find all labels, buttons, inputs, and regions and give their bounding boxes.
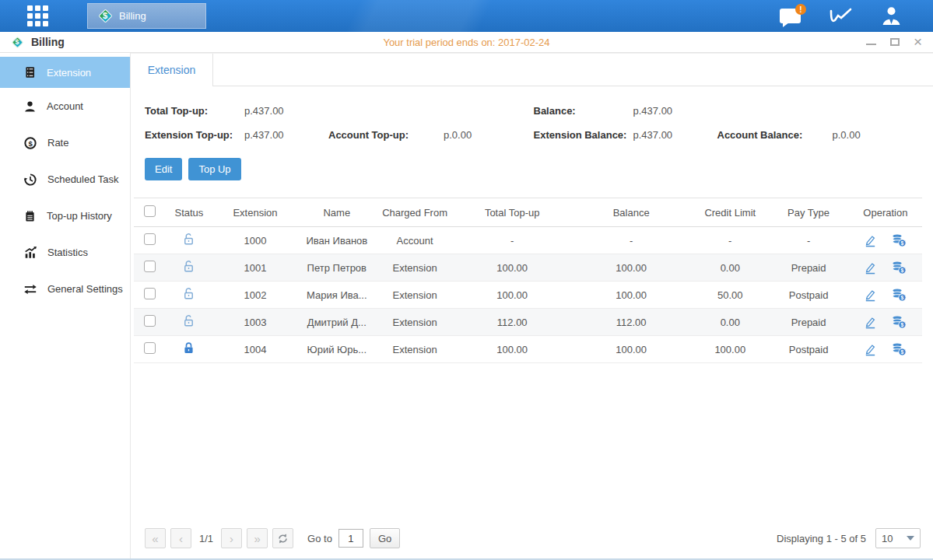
first-page-button[interactable]: « xyxy=(145,528,166,548)
edit-icon[interactable] xyxy=(864,233,877,247)
extension-cell: 1004 xyxy=(212,336,297,363)
maximize-button[interactable] xyxy=(890,38,900,46)
taskbar-tab-label: Billing xyxy=(119,10,146,22)
row-checkbox[interactable] xyxy=(144,288,156,299)
sliders-icon xyxy=(23,282,37,296)
sidebar-item-general-settings[interactable]: General Settings xyxy=(0,271,130,307)
sidebar-item-rate[interactable]: $ Rate xyxy=(0,124,130,161)
top-up-icon[interactable]: $ xyxy=(891,233,907,247)
goto-page-input[interactable] xyxy=(338,529,363,548)
page-size-value: 10 xyxy=(882,533,893,544)
col-extension: Extension xyxy=(212,198,297,227)
total-topup-value: p.437.00 xyxy=(244,99,328,123)
pay-type-cell: Prepaid xyxy=(768,254,848,282)
extension-balance-value: p.437.00 xyxy=(633,123,717,147)
sidebar-item-account[interactable]: Account xyxy=(0,88,130,124)
col-pay-type: Pay Type xyxy=(768,198,848,227)
main-content: Extension Total Top-up: p.437.00 Extensi… xyxy=(131,53,933,558)
name-cell: Дмитрий Д... xyxy=(298,309,376,336)
lock-open-icon xyxy=(182,233,195,246)
svg-text:$: $ xyxy=(901,322,904,328)
goto-label: Go to xyxy=(307,533,332,544)
balance-label: Balance: xyxy=(534,99,633,123)
row-checkbox[interactable] xyxy=(144,233,156,245)
table-row: 1003 Дмитрий Д... Extension 112.00 112.0… xyxy=(134,309,922,336)
credit-limit-cell: - xyxy=(692,227,768,254)
row-checkbox[interactable] xyxy=(144,261,156,272)
top-bar: $ Billing ! xyxy=(0,0,933,32)
pay-type-cell: - xyxy=(768,227,848,254)
next-page-button[interactable]: › xyxy=(221,528,242,548)
user-account-icon[interactable] xyxy=(881,5,902,26)
extension-topup-label: Extension Top-up: xyxy=(145,123,244,147)
top-up-button[interactable]: Top Up xyxy=(188,158,240,180)
person-icon xyxy=(881,5,902,26)
sidebar-item-label: Account xyxy=(47,100,83,112)
pagination-bar: « ‹ 1/1 › » Go to Go Displaying xyxy=(131,524,933,558)
tab-extension[interactable]: Extension xyxy=(131,54,213,86)
sidebar-item-label: Top-up History xyxy=(47,210,112,222)
edit-button[interactable]: Edit xyxy=(145,158,182,180)
top-up-icon[interactable]: $ xyxy=(891,342,907,356)
balance-cell: 112.00 xyxy=(570,309,692,336)
charged-from-cell: Extension xyxy=(376,309,454,336)
select-all-checkbox[interactable] xyxy=(144,205,156,217)
chevron-down-icon xyxy=(907,536,914,541)
balance-cell: 100.00 xyxy=(570,336,692,363)
table-header-row: Status Extension Name Charged From Total… xyxy=(134,198,922,227)
row-checkbox[interactable] xyxy=(144,315,156,327)
extension-cell: 1001 xyxy=(212,254,297,282)
status-cell xyxy=(166,254,213,282)
total-topup-cell: 100.00 xyxy=(454,336,570,363)
minimize-button[interactable] xyxy=(866,39,876,45)
sidebar-item-extension[interactable]: Extension xyxy=(0,57,130,88)
sidebar-item-label: Rate xyxy=(47,137,68,149)
svg-text:$: $ xyxy=(901,240,904,247)
col-operation: Operation xyxy=(849,198,922,227)
account-balance-value: p.0.00 xyxy=(833,123,923,147)
ledger-icon xyxy=(23,65,37,79)
edit-icon[interactable] xyxy=(864,261,877,275)
lock-open-icon xyxy=(182,314,195,327)
balance-summary: Total Top-up: p.437.00 Extension Top-up:… xyxy=(131,86,933,147)
row-checkbox[interactable] xyxy=(144,342,156,354)
refresh-button[interactable] xyxy=(272,528,293,548)
sidebar-item-label: General Settings xyxy=(47,283,123,295)
charged-from-cell: Extension xyxy=(376,254,454,282)
col-charged-from: Charged From xyxy=(376,198,454,227)
top-up-icon[interactable]: $ xyxy=(891,315,907,329)
prev-page-button[interactable]: ‹ xyxy=(170,528,191,548)
go-button[interactable]: Go xyxy=(370,528,400,548)
table-row: 1001 Петр Петров Extension 100.00 100.00… xyxy=(134,254,922,282)
last-page-button[interactable]: » xyxy=(247,528,268,548)
close-button[interactable]: × xyxy=(914,37,922,47)
edit-icon[interactable] xyxy=(864,288,877,302)
notifications-icon[interactable]: ! xyxy=(780,9,801,23)
edit-icon[interactable] xyxy=(864,342,877,356)
notification-badge: ! xyxy=(795,4,806,15)
sidebar-item-topup-history[interactable]: Top-up History xyxy=(0,198,130,234)
pay-type-cell: Postpaid xyxy=(768,282,848,309)
col-balance: Balance xyxy=(570,198,692,227)
taskbar-tab-billing[interactable]: $ Billing xyxy=(87,3,206,29)
sidebar-item-label: Statistics xyxy=(47,247,88,258)
name-cell: Петр Петров xyxy=(298,254,376,282)
status-cell xyxy=(166,336,213,363)
window-title-bar: $ Billing Your trial period ends on: 201… xyxy=(0,32,933,53)
account-topup-label: Account Top-up: xyxy=(328,123,444,147)
table-row: 1000 Иван Иванов Account - - - - $ xyxy=(134,227,922,254)
top-up-icon[interactable]: $ xyxy=(891,261,907,275)
balance-cell: 100.00 xyxy=(570,254,692,282)
page-size-select[interactable]: 10 xyxy=(875,528,921,548)
sidebar-item-scheduled-task[interactable]: Scheduled Task xyxy=(0,161,130,198)
sidebar-item-statistics[interactable]: Statistics xyxy=(0,234,130,271)
total-topup-cell: 112.00 xyxy=(454,309,570,336)
trial-notice: Your trial period ends on: 2017-02-24 xyxy=(0,37,933,48)
edit-icon[interactable] xyxy=(864,315,877,329)
top-up-icon[interactable]: $ xyxy=(891,288,907,302)
reports-chart-icon[interactable] xyxy=(829,6,853,26)
charged-from-cell: Account xyxy=(376,227,454,254)
name-cell: Мария Ива... xyxy=(298,282,376,309)
app-grid-icon[interactable] xyxy=(27,5,48,26)
dollar-circle-icon: $ xyxy=(23,136,37,150)
